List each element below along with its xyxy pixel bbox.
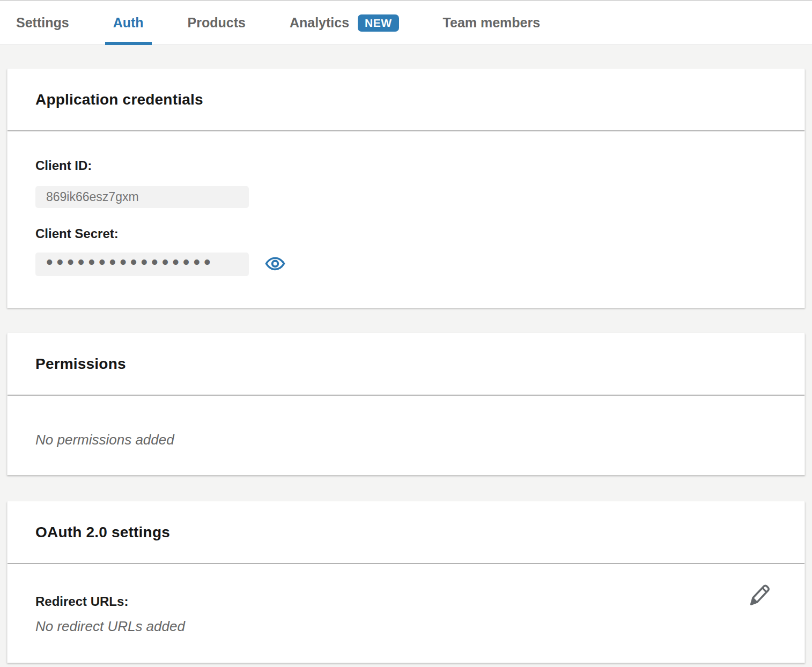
- client-secret-field[interactable]: ••••••••••••••••: [35, 253, 249, 276]
- tab-label: Auth: [113, 15, 144, 31]
- application-credentials-body: Client ID: 869ik66esz7gxm Client Secret:…: [8, 131, 804, 308]
- tab-team-members[interactable]: Team members: [435, 1, 549, 45]
- auth-tab-content: Application credentials Client ID: 869ik…: [0, 69, 812, 663]
- tab-label: Team members: [443, 15, 541, 31]
- pencil-icon: [748, 601, 771, 609]
- card-header: OAuth 2.0 settings: [8, 501, 804, 564]
- tab-label: Settings: [16, 15, 69, 31]
- application-credentials-card: Application credentials Client ID: 869ik…: [7, 69, 805, 308]
- show-client-secret-button[interactable]: [265, 256, 285, 272]
- tab-auth[interactable]: Auth: [105, 1, 152, 45]
- client-secret-label: Client Secret:: [35, 226, 777, 241]
- tab-settings[interactable]: Settings: [8, 1, 77, 45]
- no-redirect-urls-text: No redirect URLs added: [35, 618, 777, 635]
- tab-label: Analytics: [290, 15, 349, 31]
- client-id-label: Client ID:: [35, 158, 777, 173]
- permissions-title: Permissions: [35, 355, 126, 373]
- edit-redirect-urls-button[interactable]: [748, 583, 771, 607]
- client-secret-row: ••••••••••••••••: [35, 253, 777, 276]
- eye-icon: [265, 256, 285, 273]
- tab-bar: Settings Auth Products Analytics NEW Tea…: [0, 0, 812, 45]
- oauth-settings-card: OAuth 2.0 settings Redirect URLs: No red…: [7, 501, 805, 663]
- card-header: Permissions: [8, 333, 804, 396]
- client-secret-masked-value: ••••••••••••••••: [46, 256, 215, 268]
- tab-analytics[interactable]: Analytics NEW: [282, 1, 407, 45]
- oauth-settings-title: OAuth 2.0 settings: [35, 524, 170, 541]
- application-credentials-title: Application credentials: [35, 91, 203, 108]
- no-permissions-text: No permissions added: [35, 432, 174, 448]
- client-id-field[interactable]: 869ik66esz7gxm: [35, 186, 249, 208]
- permissions-body: No permissions added: [8, 396, 804, 475]
- tab-label: Products: [188, 15, 246, 31]
- new-badge: NEW: [358, 14, 399, 32]
- permissions-card: Permissions No permissions added: [7, 333, 805, 475]
- redirect-urls-label: Redirect URLs:: [35, 594, 777, 609]
- client-id-value: 869ik66esz7gxm: [46, 190, 139, 204]
- tab-products[interactable]: Products: [180, 1, 254, 45]
- card-header: Application credentials: [8, 69, 804, 131]
- oauth-settings-body: Redirect URLs: No redirect URLs added: [8, 564, 804, 663]
